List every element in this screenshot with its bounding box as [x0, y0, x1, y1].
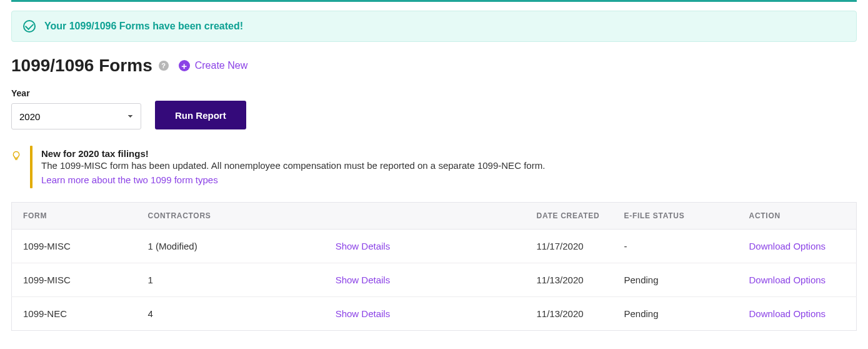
- table-header-row: Form Contractors Date Created E-File Sta…: [12, 203, 857, 230]
- show-details-link[interactable]: Show Details: [336, 308, 391, 319]
- alert-message: Your 1099/1096 Forms have been created!: [44, 21, 243, 32]
- cell-date: 11/13/2020: [526, 263, 613, 297]
- table-row: 1099-MISC 1 (Modified) Show Details 11/1…: [12, 230, 857, 263]
- cell-status: Pending: [613, 263, 738, 297]
- create-new-label: Create New: [195, 60, 247, 71]
- col-header-form: Form: [12, 203, 137, 230]
- cell-contractors: 4: [137, 297, 324, 331]
- cell-contractors: 1: [137, 263, 324, 297]
- cell-form: 1099-MISC: [12, 263, 137, 297]
- callout-title: New for 2020 tax filings!: [41, 148, 545, 159]
- table-row: 1099-NEC 4 Show Details 11/13/2020 Pendi…: [12, 297, 857, 331]
- cell-form: 1099-MISC: [12, 230, 137, 263]
- plus-circle-icon: +: [179, 60, 190, 71]
- cell-form: 1099-NEC: [12, 297, 137, 331]
- callout-body: New for 2020 tax filings! The 1099-MISC …: [41, 146, 545, 188]
- cell-date: 11/13/2020: [526, 297, 613, 331]
- download-options-link[interactable]: Download Options: [749, 241, 826, 251]
- top-divider: [11, 0, 857, 2]
- page-title-text: 1099/1096 Forms: [11, 56, 152, 76]
- help-icon[interactable]: ?: [159, 61, 169, 71]
- info-callout: New for 2020 tax filings! The 1099-MISC …: [11, 146, 857, 188]
- learn-more-link[interactable]: Learn more about the two 1099 form types: [41, 174, 218, 185]
- show-details-link[interactable]: Show Details: [336, 241, 391, 251]
- check-circle-icon: [23, 20, 36, 33]
- col-header-date: Date Created: [526, 203, 613, 230]
- col-header-action: Action: [738, 203, 857, 230]
- year-field: Year 2020: [11, 88, 141, 129]
- callout-text: The 1099-MISC form has been updated. All…: [41, 160, 545, 171]
- callout-accent-bar: [30, 146, 32, 188]
- success-alert: Your 1099/1096 Forms have been created!: [11, 11, 857, 42]
- run-report-button[interactable]: Run Report: [155, 101, 246, 129]
- col-header-status: E-File Status: [613, 203, 738, 230]
- lightbulb-icon: [11, 151, 21, 161]
- create-new-button[interactable]: + Create New: [179, 60, 247, 71]
- page-title: 1099/1096 Forms ?: [11, 56, 169, 76]
- year-label: Year: [11, 88, 141, 98]
- cell-status: Pending: [613, 297, 738, 331]
- cell-status: -: [613, 230, 738, 263]
- controls-row: Year 2020 Run Report: [11, 88, 857, 129]
- cell-date: 11/17/2020: [526, 230, 613, 263]
- forms-table: Form Contractors Date Created E-File Sta…: [11, 202, 857, 331]
- col-header-contractors: Contractors: [137, 203, 526, 230]
- download-options-link[interactable]: Download Options: [749, 275, 826, 285]
- cell-contractors: 1 (Modified): [137, 230, 324, 263]
- show-details-link[interactable]: Show Details: [336, 275, 391, 285]
- table-row: 1099-MISC 1 Show Details 11/13/2020 Pend…: [12, 263, 857, 297]
- page-header: 1099/1096 Forms ? + Create New: [11, 56, 857, 76]
- download-options-link[interactable]: Download Options: [749, 308, 826, 319]
- year-select[interactable]: 2020: [11, 103, 141, 129]
